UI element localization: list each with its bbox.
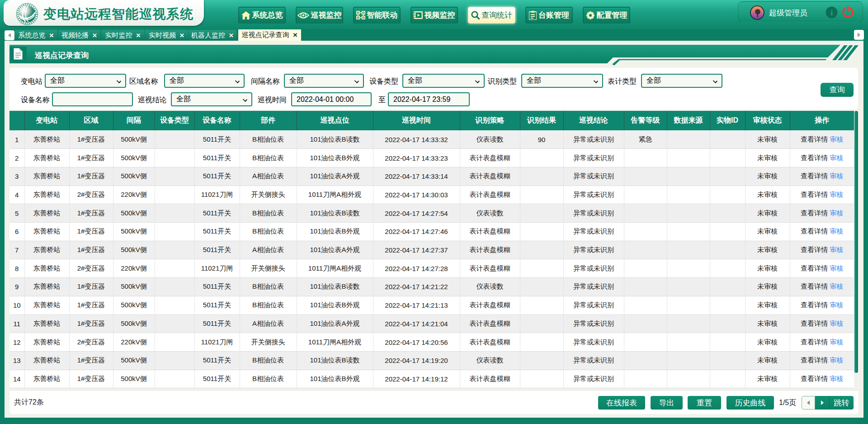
svg-text:i: i: [830, 9, 833, 17]
